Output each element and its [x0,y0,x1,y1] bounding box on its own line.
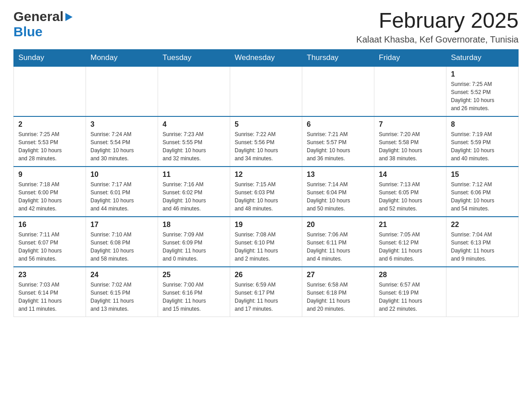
day-info: Sunrise: 7:24 AM Sunset: 5:54 PM Dayligh… [90,130,153,163]
calendar-cell: 18Sunrise: 7:09 AM Sunset: 6:09 PM Dayli… [158,217,230,267]
calendar-cell [158,66,230,116]
day-number: 23 [18,271,81,279]
day-info: Sunrise: 7:06 AM Sunset: 6:11 PM Dayligh… [307,231,369,263]
calendar-table: SundayMondayTuesdayWednesdayThursdayFrid… [13,49,519,317]
calendar-cell [230,66,302,116]
day-number: 13 [307,171,369,179]
logo: General Blue [13,9,73,39]
day-number: 5 [235,120,297,128]
calendar-cell: 11Sunrise: 7:16 AM Sunset: 6:02 PM Dayli… [158,167,230,217]
day-number: 1 [451,70,514,78]
day-number: 3 [90,120,153,128]
day-number: 17 [90,221,153,229]
day-info: Sunrise: 7:12 AM Sunset: 6:06 PM Dayligh… [451,180,514,213]
calendar-cell [446,267,519,317]
day-number: 24 [90,271,153,279]
day-info: Sunrise: 7:15 AM Sunset: 6:03 PM Dayligh… [235,180,297,213]
calendar-cell: 24Sunrise: 7:02 AM Sunset: 6:15 PM Dayli… [86,267,158,317]
calendar-cell [14,66,86,116]
calendar-cell: 10Sunrise: 7:17 AM Sunset: 6:01 PM Dayli… [86,167,158,217]
day-info: Sunrise: 7:02 AM Sunset: 6:15 PM Dayligh… [90,281,153,313]
day-info: Sunrise: 7:08 AM Sunset: 6:10 PM Dayligh… [235,231,297,263]
day-info: Sunrise: 7:16 AM Sunset: 6:02 PM Dayligh… [163,180,225,213]
day-number: 15 [451,171,514,179]
day-info: Sunrise: 7:00 AM Sunset: 6:16 PM Dayligh… [163,281,225,313]
calendar-week-row: 9Sunrise: 7:18 AM Sunset: 6:00 PM Daylig… [14,167,519,217]
calendar-week-row: 1Sunrise: 7:25 AM Sunset: 5:52 PM Daylig… [14,66,519,116]
day-info: Sunrise: 7:25 AM Sunset: 5:53 PM Dayligh… [18,130,81,163]
day-info: Sunrise: 7:22 AM Sunset: 5:56 PM Dayligh… [235,130,297,163]
calendar-cell: 7Sunrise: 7:20 AM Sunset: 5:58 PM Daylig… [374,116,446,167]
day-number: 11 [163,171,225,179]
day-number: 4 [163,120,225,128]
calendar-cell: 4Sunrise: 7:23 AM Sunset: 5:55 PM Daylig… [158,116,230,167]
day-number: 2 [18,120,81,128]
day-info: Sunrise: 7:17 AM Sunset: 6:01 PM Dayligh… [90,180,153,213]
calendar-cell: 8Sunrise: 7:19 AM Sunset: 5:59 PM Daylig… [446,116,519,167]
logo-general-text: General [13,9,64,24]
calendar-cell: 17Sunrise: 7:10 AM Sunset: 6:08 PM Dayli… [86,217,158,267]
calendar-header-tuesday: Tuesday [158,49,230,66]
calendar-cell: 25Sunrise: 7:00 AM Sunset: 6:16 PM Dayli… [158,267,230,317]
calendar-cell: 19Sunrise: 7:08 AM Sunset: 6:10 PM Dayli… [230,217,302,267]
day-number: 18 [163,221,225,229]
day-number: 14 [379,171,442,179]
day-number: 12 [235,171,297,179]
day-info: Sunrise: 7:21 AM Sunset: 5:57 PM Dayligh… [307,130,369,163]
logo-arrow-icon [65,13,73,21]
day-info: Sunrise: 7:11 AM Sunset: 6:07 PM Dayligh… [18,231,81,263]
calendar-header-thursday: Thursday [302,49,374,66]
day-number: 10 [90,171,153,179]
day-info: Sunrise: 7:09 AM Sunset: 6:09 PM Dayligh… [163,231,225,263]
day-info: Sunrise: 7:14 AM Sunset: 6:04 PM Dayligh… [307,180,369,213]
calendar-cell: 12Sunrise: 7:15 AM Sunset: 6:03 PM Dayli… [230,167,302,217]
day-number: 8 [451,120,514,128]
logo-blue-text: Blue [13,24,73,39]
calendar-cell: 20Sunrise: 7:06 AM Sunset: 6:11 PM Dayli… [302,217,374,267]
day-info: Sunrise: 6:59 AM Sunset: 6:17 PM Dayligh… [235,281,297,313]
calendar-cell: 3Sunrise: 7:24 AM Sunset: 5:54 PM Daylig… [86,116,158,167]
calendar-cell: 28Sunrise: 6:57 AM Sunset: 6:19 PM Dayli… [374,267,446,317]
day-number: 7 [379,120,442,128]
day-number: 25 [163,271,225,279]
calendar-cell: 5Sunrise: 7:22 AM Sunset: 5:56 PM Daylig… [230,116,302,167]
day-number: 9 [18,171,81,179]
day-info: Sunrise: 7:05 AM Sunset: 6:12 PM Dayligh… [379,231,442,263]
day-info: Sunrise: 7:23 AM Sunset: 5:55 PM Dayligh… [163,130,225,163]
calendar-week-row: 16Sunrise: 7:11 AM Sunset: 6:07 PM Dayli… [14,217,519,267]
day-number: 28 [379,271,442,279]
day-info: Sunrise: 7:20 AM Sunset: 5:58 PM Dayligh… [379,130,442,163]
day-number: 20 [307,221,369,229]
calendar-cell: 13Sunrise: 7:14 AM Sunset: 6:04 PM Dayli… [302,167,374,217]
day-number: 19 [235,221,297,229]
day-number: 6 [307,120,369,128]
calendar-header-friday: Friday [374,49,446,66]
calendar-cell: 26Sunrise: 6:59 AM Sunset: 6:17 PM Dayli… [230,267,302,317]
day-info: Sunrise: 6:58 AM Sunset: 6:18 PM Dayligh… [307,281,369,313]
calendar-header-wednesday: Wednesday [230,49,302,66]
calendar-header-saturday: Saturday [446,49,519,66]
title-area: February 2025 Kalaat Khasba, Kef Governo… [356,9,519,45]
calendar-cell: 23Sunrise: 7:03 AM Sunset: 6:14 PM Dayli… [14,267,86,317]
calendar-cell: 16Sunrise: 7:11 AM Sunset: 6:07 PM Dayli… [14,217,86,267]
page-header: General Blue February 2025 Kalaat Khasba… [13,9,519,45]
calendar-week-row: 23Sunrise: 7:03 AM Sunset: 6:14 PM Dayli… [14,267,519,317]
calendar-cell: 9Sunrise: 7:18 AM Sunset: 6:00 PM Daylig… [14,167,86,217]
calendar-cell: 14Sunrise: 7:13 AM Sunset: 6:05 PM Dayli… [374,167,446,217]
day-info: Sunrise: 7:04 AM Sunset: 6:13 PM Dayligh… [451,231,514,263]
calendar-cell: 27Sunrise: 6:58 AM Sunset: 6:18 PM Dayli… [302,267,374,317]
day-info: Sunrise: 7:19 AM Sunset: 5:59 PM Dayligh… [451,130,514,163]
calendar-cell: 1Sunrise: 7:25 AM Sunset: 5:52 PM Daylig… [446,66,519,116]
day-number: 22 [451,221,514,229]
day-number: 21 [379,221,442,229]
day-number: 16 [18,221,81,229]
calendar-cell [86,66,158,116]
month-title: February 2025 [356,9,519,33]
calendar-cell [374,66,446,116]
day-info: Sunrise: 7:13 AM Sunset: 6:05 PM Dayligh… [379,180,442,213]
calendar-week-row: 2Sunrise: 7:25 AM Sunset: 5:53 PM Daylig… [14,116,519,167]
calendar-header-sunday: Sunday [14,49,86,66]
day-info: Sunrise: 7:25 AM Sunset: 5:52 PM Dayligh… [451,80,514,112]
calendar-cell: 22Sunrise: 7:04 AM Sunset: 6:13 PM Dayli… [446,217,519,267]
day-number: 26 [235,271,297,279]
